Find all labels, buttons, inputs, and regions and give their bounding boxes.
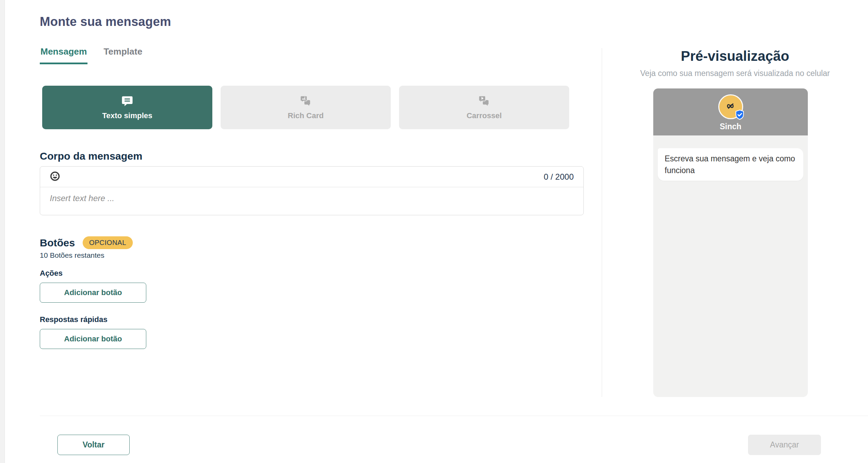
page-title: Monte sua mensagem xyxy=(40,15,171,29)
type-card-rich-card[interactable]: Rich Card xyxy=(221,86,391,129)
optional-badge: OPCIONAL xyxy=(83,236,133,249)
buttons-remaining-count: 10 Botões restantes xyxy=(40,251,104,259)
smiley-face-icon xyxy=(50,171,60,182)
chat-bubbles-image-icon xyxy=(299,95,312,108)
next-button[interactable]: Avançar xyxy=(748,435,821,455)
add-action-button[interactable]: Adicionar botão xyxy=(40,283,146,303)
tab-mensagem[interactable]: Mensagem xyxy=(40,46,87,64)
vertical-divider xyxy=(602,48,602,397)
phone-preview: Sinch Escreva sua mensagem e veja como f… xyxy=(653,88,808,397)
type-card-texto-simples[interactable]: Texto simples xyxy=(42,86,212,129)
left-rail xyxy=(0,0,5,463)
verified-badge-icon xyxy=(735,110,745,120)
preview-subtitle: Veja como sua mensagem será visualizada … xyxy=(602,69,868,78)
preview-title: Pré-visualização xyxy=(602,48,868,64)
buttons-section-heading: Botões xyxy=(40,237,75,249)
sender-avatar xyxy=(718,94,743,119)
chat-bubbles-play-icon xyxy=(478,95,491,108)
type-card-label: Rich Card xyxy=(288,111,324,120)
quick-replies-label: Respostas rápidas xyxy=(40,315,108,324)
char-counter: 0 / 2000 xyxy=(544,172,574,182)
phone-body: Escreva sua mensagem e veja como funcion… xyxy=(653,135,808,397)
emoji-picker-button[interactable] xyxy=(50,171,60,182)
phone-header: Sinch xyxy=(653,88,808,135)
message-body-input[interactable] xyxy=(40,187,583,215)
message-editor: 0 / 2000 xyxy=(40,166,584,215)
buttons-section-header: Botões OPCIONAL xyxy=(40,236,133,249)
type-card-carrossel[interactable]: Carrossel xyxy=(399,86,569,129)
message-type-selector: Texto simples Rich Card Carrossel xyxy=(42,86,569,129)
actions-label: Ações xyxy=(40,269,63,278)
editor-toolbar: 0 / 2000 xyxy=(40,167,583,187)
tab-bar: Mensagem Template xyxy=(40,46,143,64)
add-quick-reply-button[interactable]: Adicionar botão xyxy=(40,329,146,349)
type-card-label: Texto simples xyxy=(102,111,152,120)
sender-name: Sinch xyxy=(720,122,741,131)
footer-divider xyxy=(40,416,868,416)
type-card-label: Carrossel xyxy=(467,111,502,120)
tab-template[interactable]: Template xyxy=(103,46,143,64)
chat-bubble-text-icon xyxy=(121,95,134,108)
body-section-heading: Corpo da mensagem xyxy=(40,150,142,162)
back-button[interactable]: Voltar xyxy=(57,435,130,455)
preview-message-bubble: Escreva sua mensagem e veja como funcion… xyxy=(658,148,803,181)
